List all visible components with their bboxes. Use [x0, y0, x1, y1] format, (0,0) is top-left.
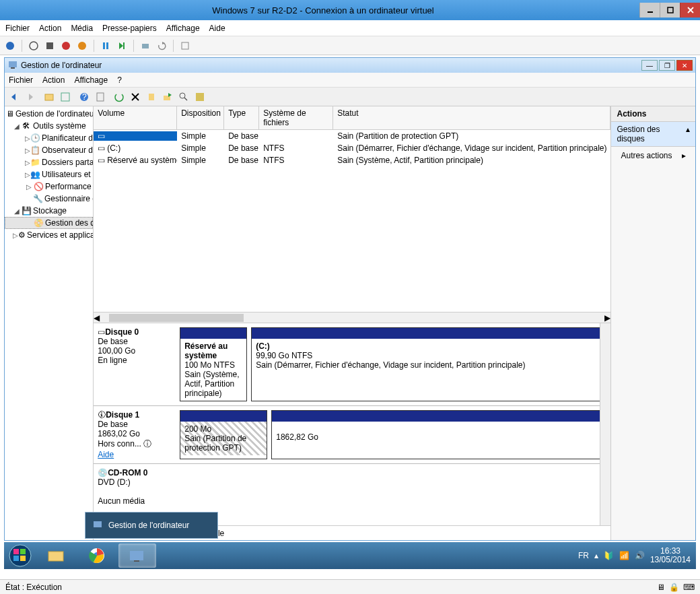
shared-folder-icon: 📁: [30, 157, 40, 168]
svg-rect-38: [20, 556, 26, 561]
tree-stockage[interactable]: ◢💾Stockage: [5, 205, 93, 217]
clock[interactable]: 16:33 13/05/2014: [650, 547, 691, 564]
tree-obs[interactable]: ▷📋Observateur d'événements: [5, 144, 93, 156]
vm-menu-aide[interactable]: Aide: [209, 24, 225, 33]
vm-menu-action[interactable]: Action: [39, 24, 61, 33]
tree-root[interactable]: 🖥Gestion de l'ordinateur (local): [5, 108, 93, 120]
col-type[interactable]: Type: [224, 106, 259, 129]
svg-rect-36: [20, 549, 26, 554]
actions-section[interactable]: Gestion des disques▴: [611, 122, 695, 147]
reset-icon[interactable]: [116, 40, 128, 52]
volume-row[interactable]: ▭ Simple De base Sain (Partition de prot…: [94, 130, 610, 142]
chrome-button[interactable]: [78, 543, 116, 568]
delete-icon[interactable]: [129, 90, 142, 104]
tree-planif[interactable]: ▷🕒Planificateur de tâches: [5, 132, 93, 144]
events-icon: 📋: [30, 145, 40, 156]
col-fs[interactable]: Système de fichiers: [259, 106, 333, 129]
new-icon[interactable]: [145, 90, 158, 104]
system-tray: FR ▴ 🔰 📶 🔊 16:33 13/05/2014: [578, 547, 696, 564]
svg-rect-27: [149, 94, 154, 100]
properties-icon[interactable]: [94, 90, 107, 104]
vm-maximize-button[interactable]: [660, 3, 680, 18]
tree-devmgr[interactable]: 🔧Gestionnaire de périphériques: [5, 193, 93, 205]
status-display-icon[interactable]: 🖥: [657, 583, 665, 592]
disk-row-cd[interactable]: 💿CD-ROM 0 DVD (D:) Aucun média: [94, 464, 610, 510]
tray-network-icon[interactable]: 📶: [619, 551, 629, 560]
view-icon[interactable]: [59, 90, 72, 104]
partition-reserved[interactable]: Réservé au système 100 Mo NTFS Sain (Sys…: [180, 327, 247, 401]
disk-row-1[interactable]: 🛈Disque 1 De base 1863,02 Go Hors conn..…: [94, 406, 610, 464]
settings-icon[interactable]: [193, 90, 207, 104]
tray-security-icon[interactable]: 🔰: [604, 551, 614, 560]
volume-scrollbar[interactable]: ◀▶: [94, 312, 610, 323]
tree-dossiers[interactable]: ▷📁Dossiers partagés: [5, 156, 93, 168]
svg-point-5: [30, 42, 38, 50]
svg-rect-15: [182, 42, 188, 49]
vm-menu-media[interactable]: Média: [71, 24, 93, 33]
fullscreen-icon[interactable]: [179, 40, 191, 52]
info-icon[interactable]: ⓘ: [143, 439, 151, 449]
mmc-menu-affichage[interactable]: Affichage: [74, 75, 108, 85]
vm-menubar: Fichier Action Média Presse-papiers Affi…: [0, 20, 700, 36]
up-icon[interactable]: [42, 90, 56, 104]
forward-icon[interactable]: [24, 90, 37, 104]
revert-icon[interactable]: [155, 40, 168, 52]
vm-menu-affichage[interactable]: Affichage: [166, 24, 200, 33]
partition-c[interactable]: (C:) 99,90 Go NTFS Sain (Démarrer, Fichi…: [251, 327, 606, 401]
mmc-menu-fichier[interactable]: Fichier: [9, 75, 33, 85]
refresh-icon[interactable]: [112, 90, 126, 104]
tree-users[interactable]: ▷👥Utilisateurs et groupes locaux: [5, 168, 93, 180]
vm-toolbar: [0, 36, 700, 55]
lang-indicator[interactable]: FR: [578, 551, 589, 560]
shutdown-icon[interactable]: [60, 40, 72, 52]
disk-row-0[interactable]: ▭Disque 0 De base 100,00 Go En ligne Rés…: [94, 323, 610, 406]
taskbar-preview[interactable]: Gestion de l'ordinateur: [85, 512, 218, 539]
svg-point-4: [6, 42, 14, 50]
svg-rect-10: [106, 42, 108, 49]
disk-scrollbar[interactable]: [600, 323, 610, 525]
mmc-menu-help[interactable]: ?: [117, 75, 122, 85]
tree-services[interactable]: ▷⚙Services et applications: [5, 229, 93, 241]
volume-row[interactable]: ▭(C:) Simple De base NTFS Sain (Démarrer…: [94, 142, 610, 154]
help-icon[interactable]: ?: [77, 90, 91, 104]
ctrl-alt-del-icon[interactable]: [4, 40, 16, 52]
save-icon[interactable]: [76, 40, 88, 52]
tree-disques[interactable]: 📀Gestion des disques: [5, 217, 93, 229]
volume-row[interactable]: ▭Réservé au système Simple De base NTFS …: [94, 154, 610, 166]
find-icon[interactable]: [177, 90, 190, 104]
mmc-close-button[interactable]: ✕: [676, 60, 693, 71]
svg-rect-17: [11, 67, 15, 69]
col-statut[interactable]: Statut: [333, 106, 610, 129]
back-icon[interactable]: [7, 90, 21, 104]
preview-title: Gestion de l'ordinateur: [108, 521, 189, 530]
vm-close-button[interactable]: [680, 3, 700, 18]
pause-icon[interactable]: [100, 40, 112, 52]
col-disposition[interactable]: Disposition: [177, 106, 224, 129]
tree-perf[interactable]: ▷🚫Performance: [5, 180, 93, 193]
vm-minimize-button[interactable]: [639, 3, 660, 18]
device-icon: 🔧: [33, 193, 43, 204]
export-icon[interactable]: [161, 90, 174, 104]
actions-more[interactable]: Autres actions▸: [611, 147, 695, 164]
col-volume[interactable]: Volume: [94, 106, 177, 129]
vm-menu-presse[interactable]: Presse-papiers: [102, 24, 157, 33]
partition-unalloc[interactable]: 1862,82 Go: [271, 410, 606, 459]
status-keyboard-icon[interactable]: ⌨: [683, 583, 695, 592]
tray-volume-icon[interactable]: 🔊: [635, 551, 645, 560]
collapse-icon[interactable]: ▴: [686, 125, 690, 143]
snapshot-icon[interactable]: [139, 40, 151, 52]
mmc-task-button[interactable]: [118, 543, 156, 568]
explorer-button[interactable]: [38, 543, 75, 568]
status-lock-icon[interactable]: 🔒: [669, 583, 679, 592]
turnoff-icon[interactable]: [44, 40, 56, 52]
tree-outils[interactable]: ◢🛠Outils système: [5, 120, 93, 132]
mmc-menu-action[interactable]: Action: [42, 75, 65, 85]
start-button[interactable]: [4, 542, 36, 569]
mmc-minimize-button[interactable]: —: [641, 60, 658, 71]
vm-menu-fichier[interactable]: Fichier: [5, 24, 30, 33]
help-link[interactable]: Aide: [98, 450, 114, 459]
tray-expand-icon[interactable]: ▴: [594, 551, 598, 560]
start-icon[interactable]: [28, 40, 40, 52]
mmc-restore-button[interactable]: ❐: [659, 60, 675, 71]
partition-gpt[interactable]: 200 Mo Sain (Partition de protection GPT…: [180, 410, 267, 459]
